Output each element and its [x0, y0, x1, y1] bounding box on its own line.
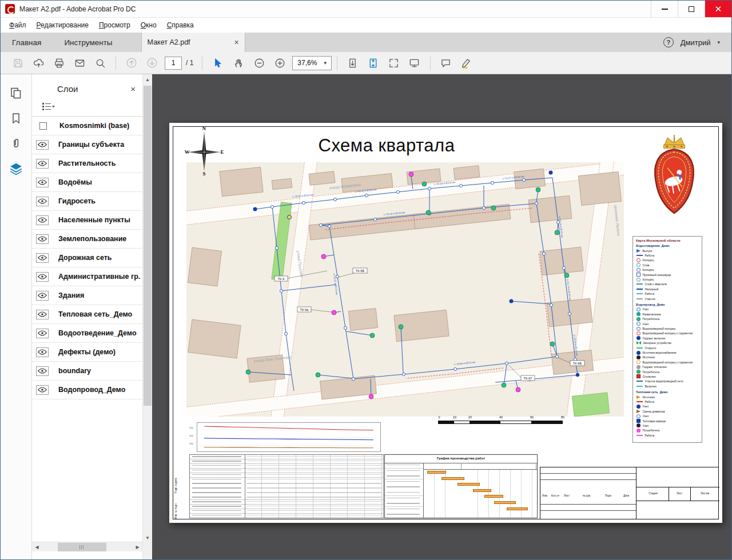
line-navy-icon — [636, 289, 643, 290]
fit-one-page-icon — [368, 58, 379, 69]
layer-visibility-toggle[interactable] — [36, 310, 49, 319]
layer-row[interactable]: Растительность — [32, 154, 142, 173]
layer-visibility-toggle[interactable] — [36, 234, 49, 244]
legend-item: Тепловая камера — [635, 418, 701, 423]
menu-item[interactable]: Редактирование — [31, 19, 94, 31]
scroll-down-button[interactable]: ▼ — [143, 533, 152, 543]
layer-row[interactable]: boundary — [32, 362, 142, 381]
menu-item[interactable]: Просмотр — [94, 19, 136, 31]
presentation-mode-button[interactable] — [404, 54, 425, 71]
circ-red-icon — [636, 331, 640, 335]
hscroll-thumb[interactable] — [58, 543, 106, 551]
email-button[interactable] — [69, 54, 90, 71]
zoom-out-button[interactable] — [249, 54, 269, 71]
gantt-bar — [473, 489, 491, 492]
close-button[interactable]: ✕ — [705, 1, 731, 17]
layer-visibility-toggle[interactable] — [36, 253, 49, 263]
maximize-button[interactable] — [678, 1, 705, 17]
layer-visibility-toggle[interactable] — [36, 197, 49, 206]
circ-blue-icon — [636, 307, 640, 311]
layers-button[interactable] — [7, 160, 25, 177]
panel-vertical-scrollbar[interactable]: ▲ ▼ — [142, 74, 152, 559]
page-thumbnails-button[interactable] — [7, 85, 25, 102]
layer-row[interactable]: Границы субъекта — [32, 135, 142, 154]
layer-visibility-toggle[interactable] — [36, 366, 49, 376]
fit-one-page-button[interactable] — [363, 54, 384, 71]
layer-visibility-toggle[interactable] — [36, 385, 49, 395]
coat-of-arms — [649, 132, 700, 215]
layer-label: Тепловая сеть_Демо — [58, 310, 132, 318]
scroll-up-button[interactable]: ▲ — [143, 75, 152, 85]
layer-row[interactable]: Административные гр. — [32, 267, 142, 286]
panel-close-icon[interactable]: × — [130, 85, 136, 93]
next-page-button[interactable] — [142, 54, 162, 71]
legend-item: Работа — [635, 399, 701, 404]
vscroll-thumb[interactable] — [144, 86, 152, 406]
layer-row[interactable]: Kosmosnimki (base) — [32, 117, 142, 135]
menu-item[interactable]: Файл — [4, 19, 31, 31]
layer-visibility-toggle[interactable] — [36, 329, 49, 338]
search-button[interactable] — [90, 54, 110, 71]
print-button[interactable] — [49, 54, 69, 71]
previous-page-icon — [126, 57, 137, 69]
zoom-in-button[interactable] — [269, 54, 290, 71]
tab-tools[interactable]: Инструменты — [53, 33, 124, 52]
layer-row[interactable]: Водопровод_Демо — [32, 381, 142, 399]
print-icon — [54, 58, 65, 69]
layer-visibility-toggle[interactable] — [36, 347, 49, 357]
minimize-button[interactable] — [651, 1, 678, 17]
layer-row[interactable]: Землепользование — [32, 230, 142, 249]
layer-row[interactable]: Водоёмы — [32, 173, 142, 192]
bookmarks-button[interactable] — [7, 110, 25, 127]
layer-row[interactable]: Водоотведение_Демо — [32, 324, 142, 343]
page-scroll-mode-button[interactable] — [343, 54, 363, 71]
panel-options-button[interactable] — [32, 97, 142, 117]
layer-visibility-toggle[interactable] — [36, 272, 49, 282]
layer-checkbox[interactable] — [39, 122, 47, 130]
legend-item: Открыто — [635, 345, 701, 350]
tab-home[interactable]: Главная — [1, 33, 53, 52]
layer-visibility-toggle[interactable] — [36, 178, 49, 187]
select-tool-icon — [213, 58, 224, 69]
layer-visibility-toggle[interactable] — [36, 159, 49, 169]
menu-item[interactable]: Окно — [136, 19, 162, 31]
panel-horizontal-scrollbar[interactable]: ◀ ▶ — [32, 542, 142, 551]
page-number-input[interactable] — [165, 57, 182, 70]
svg-text:W: W — [185, 149, 190, 155]
scale-tick: 0 — [438, 415, 440, 419]
gantt-bar — [458, 483, 480, 486]
select-tool-button[interactable] — [208, 54, 228, 71]
legend-item: Работа — [635, 433, 701, 438]
previous-page-button[interactable] — [121, 54, 142, 71]
attachments-button[interactable] — [7, 135, 25, 152]
gantt-bar — [484, 495, 503, 498]
comment-button[interactable] — [436, 54, 456, 71]
layer-visibility-toggle[interactable] — [36, 215, 49, 225]
layer-row[interactable]: Гидросеть — [32, 192, 142, 211]
title-block-revision-grid — [540, 467, 636, 519]
layer-row[interactable]: Дорожная сеть — [32, 249, 142, 267]
expand-button[interactable] — [384, 54, 404, 71]
layer-visibility-toggle[interactable] — [36, 140, 49, 150]
layer-row[interactable]: Населенные пункты — [32, 211, 142, 230]
layer-row[interactable]: Тепловая сеть_Демо — [32, 305, 142, 324]
tab-close-icon[interactable]: × — [234, 38, 238, 47]
tab-document[interactable]: Макет A2.pdf × — [141, 33, 245, 52]
share-button[interactable] — [28, 54, 49, 71]
svg-text:ТК-4: ТК-4 — [278, 277, 285, 281]
legend-item: Работа — [635, 253, 701, 258]
scroll-left-button[interactable]: ◀ — [32, 542, 42, 552]
menu-item[interactable]: Справка — [162, 19, 199, 31]
highlight-button[interactable] — [456, 54, 477, 71]
user-menu-name[interactable]: Дмитрий — [681, 38, 711, 47]
layer-row[interactable]: Здания — [32, 286, 142, 305]
help-button[interactable]: ? — [663, 37, 674, 47]
zoom-dropdown[interactable]: 37,6% ▾ — [292, 56, 332, 70]
layer-row[interactable]: Дефекты (демо) — [32, 343, 142, 362]
layer-visibility-toggle[interactable] — [36, 291, 49, 301]
layer-label: Водоёмы — [58, 178, 92, 186]
save-button[interactable] — [7, 54, 28, 71]
scroll-right-button[interactable]: ▶ — [133, 542, 142, 552]
hand-tool-button[interactable] — [228, 54, 249, 71]
line-cyan-icon — [636, 293, 643, 294]
